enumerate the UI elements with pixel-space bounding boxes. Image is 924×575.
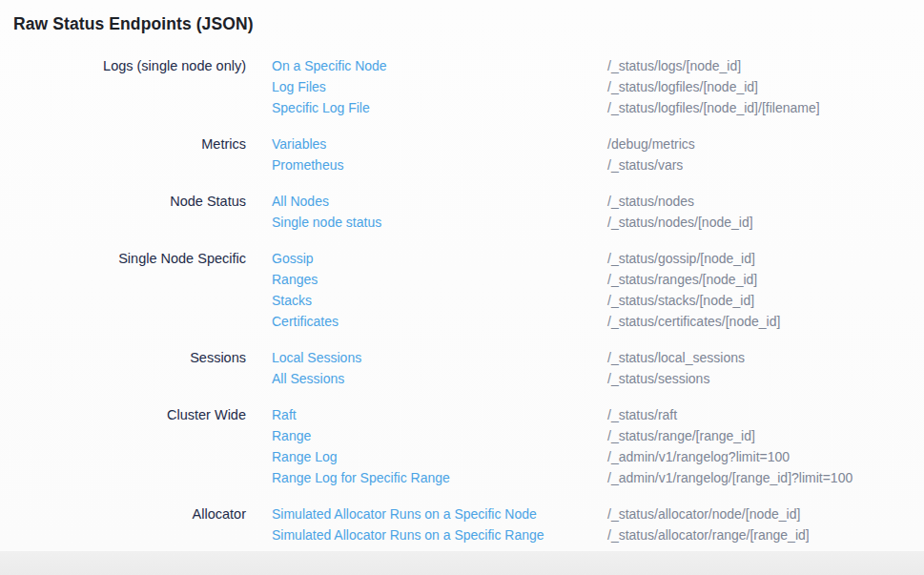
section-allocator: Allocator Simulated Allocator Runs on a … <box>0 503 924 545</box>
debug-endpoints-page: Raw Status Endpoints (JSON) Logs (single… <box>0 0 924 575</box>
link-raft[interactable]: Raft <box>272 404 607 425</box>
endpoint-url: /_status/range/[range_id] <box>607 425 924 446</box>
section-urls: /_status/allocator/node/[node_id] /_stat… <box>607 503 924 545</box>
endpoint-url: /debug/metrics <box>607 133 924 154</box>
section-links: On a Specific Node Log Files Specific Lo… <box>272 55 607 118</box>
section-category: Node Status <box>0 191 246 212</box>
section-urls: /_status/raft /_status/range/[range_id] … <box>607 404 924 488</box>
endpoint-url: /_status/certificates/[node_id] <box>607 311 924 332</box>
link-range-log-for-specific-range[interactable]: Range Log for Specific Range <box>272 467 607 488</box>
section-node-status: Node Status All Nodes Single node status… <box>0 191 924 233</box>
section-single-node-specific: Single Node Specific Gossip Ranges Stack… <box>0 248 924 332</box>
section-metrics: Metrics Variables Prometheus /debug/metr… <box>0 133 924 175</box>
endpoint-url: /_status/nodes <box>607 191 924 212</box>
link-certificates[interactable]: Certificates <box>272 311 607 332</box>
page-title: Raw Status Endpoints (JSON) <box>0 0 924 35</box>
section-category: Allocator <box>0 503 246 524</box>
page-footer-strip <box>0 551 924 575</box>
section-urls: /_status/nodes /_status/nodes/[node_id] <box>607 191 924 233</box>
section-category: Cluster Wide <box>0 404 246 425</box>
section-category: Sessions <box>0 347 246 368</box>
section-category: Logs (single node only) <box>0 55 246 76</box>
link-stacks[interactable]: Stacks <box>272 290 607 311</box>
link-single-node-status[interactable]: Single node status <box>272 212 607 233</box>
endpoint-url: /_status/logfiles/[node_id]/[filename] <box>607 97 924 118</box>
endpoint-url: /_status/vars <box>607 154 924 175</box>
section-links: Variables Prometheus <box>272 133 607 175</box>
section-links: Raft Range Range Log Range Log for Speci… <box>272 404 607 488</box>
link-all-sessions[interactable]: All Sessions <box>272 368 607 389</box>
link-range[interactable]: Range <box>272 425 607 446</box>
link-variables[interactable]: Variables <box>272 133 607 154</box>
endpoint-url: /_status/logfiles/[node_id] <box>607 76 924 97</box>
link-gossip[interactable]: Gossip <box>272 248 607 269</box>
link-on-a-specific-node[interactable]: On a Specific Node <box>272 55 607 76</box>
section-urls: /_status/local_sessions /_status/session… <box>607 347 924 389</box>
endpoint-url: /_admin/v1/rangelog?limit=100 <box>607 446 924 467</box>
section-urls: /_status/gossip/[node_id] /_status/range… <box>607 248 924 332</box>
endpoint-url: /_status/allocator/range/[range_id] <box>607 524 924 545</box>
link-log-files[interactable]: Log Files <box>272 76 607 97</box>
link-local-sessions[interactable]: Local Sessions <box>272 347 607 368</box>
section-links: Local Sessions All Sessions <box>272 347 607 389</box>
section-urls: /debug/metrics /_status/vars <box>607 133 924 175</box>
link-simulated-allocator-runs-on-a-specific-range[interactable]: Simulated Allocator Runs on a Specific R… <box>272 524 607 545</box>
section-links: All Nodes Single node status <box>272 191 607 233</box>
link-all-nodes[interactable]: All Nodes <box>272 191 607 212</box>
endpoint-url: /_status/ranges/[node_id] <box>607 269 924 290</box>
endpoint-url: /_status/raft <box>607 404 924 425</box>
section-links: Gossip Ranges Stacks Certificates <box>272 248 607 332</box>
section-sessions: Sessions Local Sessions All Sessions /_s… <box>0 347 924 389</box>
link-range-log[interactable]: Range Log <box>272 446 607 467</box>
endpoint-url: /_admin/v1/rangelog/[range_id]?limit=100 <box>607 467 924 488</box>
endpoint-url: /_status/stacks/[node_id] <box>607 290 924 311</box>
section-urls: /_status/logs/[node_id] /_status/logfile… <box>607 55 924 118</box>
section-category: Metrics <box>0 133 246 154</box>
endpoint-url: /_status/local_sessions <box>607 347 924 368</box>
section-cluster-wide: Cluster Wide Raft Range Range Log Range … <box>0 404 924 488</box>
endpoint-url: /_status/allocator/node/[node_id] <box>607 503 924 524</box>
link-ranges[interactable]: Ranges <box>272 269 607 290</box>
endpoint-sections: Logs (single node only) On a Specific No… <box>0 55 924 545</box>
endpoint-url: /_status/sessions <box>607 368 924 389</box>
page-content: Raw Status Endpoints (JSON) Logs (single… <box>0 0 924 551</box>
endpoint-url: /_status/logs/[node_id] <box>607 55 924 76</box>
section-logs: Logs (single node only) On a Specific No… <box>0 55 924 118</box>
endpoint-url: /_status/nodes/[node_id] <box>607 212 924 233</box>
link-prometheus[interactable]: Prometheus <box>272 154 607 175</box>
endpoint-url: /_status/gossip/[node_id] <box>607 248 924 269</box>
link-simulated-allocator-runs-on-a-specific-node[interactable]: Simulated Allocator Runs on a Specific N… <box>272 503 607 524</box>
link-specific-log-file[interactable]: Specific Log File <box>272 97 607 118</box>
section-category: Single Node Specific <box>0 248 246 269</box>
section-links: Simulated Allocator Runs on a Specific N… <box>272 503 607 545</box>
